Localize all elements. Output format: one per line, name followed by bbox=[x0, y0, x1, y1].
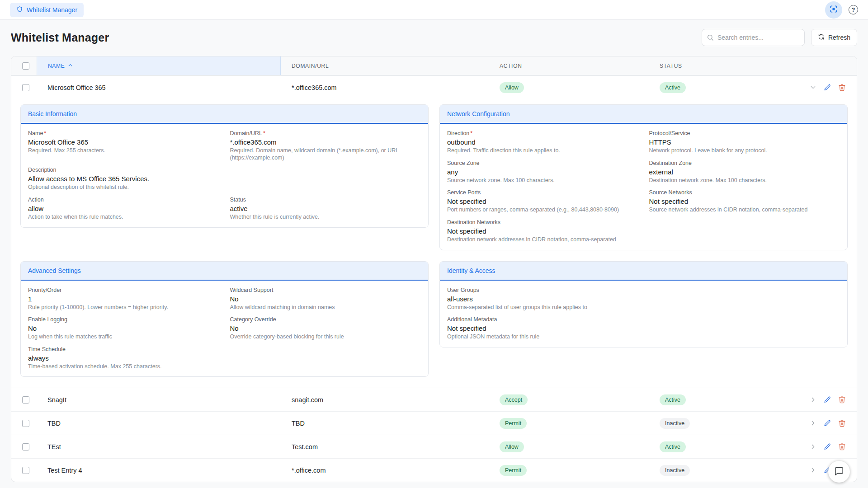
field-status: Status active Whether this rule is curre… bbox=[230, 197, 421, 221]
help-glyph: ? bbox=[852, 6, 855, 13]
field-label: Service Ports bbox=[447, 189, 638, 196]
panel-advanced-settings: Advanced Settings Priority/Order 1 Rule … bbox=[20, 261, 429, 377]
panel-title: Identity & Access bbox=[440, 262, 847, 281]
focus-mode-button[interactable] bbox=[825, 1, 842, 19]
row-domain: *.office.com bbox=[281, 467, 489, 474]
field-hint: Optional JSON metadata for this rule bbox=[447, 333, 638, 341]
sort-ascending-icon bbox=[68, 63, 73, 69]
panel-body: Direction* outbound Required. Traffic di… bbox=[440, 124, 847, 250]
field-wildcard-support: Wildcard Support No Allow wildcard match… bbox=[230, 287, 421, 311]
column-header-action[interactable]: ACTION bbox=[489, 56, 649, 75]
column-header-status[interactable]: STATUS bbox=[649, 56, 798, 75]
top-bar-right: ? bbox=[825, 1, 858, 19]
row-detail-panels: Basic Information Name* Microsoft Office… bbox=[11, 99, 857, 388]
field-label: Enable Logging bbox=[28, 316, 219, 323]
row-checkbox[interactable] bbox=[22, 443, 29, 450]
field-priority-order: Priority/Order 1 Rule priority (1-10000)… bbox=[28, 287, 219, 311]
table-row[interactable]: TBD TBD Permit Inactive bbox=[11, 411, 857, 435]
field-value: outbound bbox=[447, 138, 638, 146]
field-value: No bbox=[28, 324, 219, 332]
field-protocol-service: Protocol/Service HTTPS Network protocol.… bbox=[649, 130, 840, 155]
row-checkbox[interactable] bbox=[22, 420, 29, 427]
field-label: Source Zone bbox=[447, 160, 638, 166]
field-label: Destination Networks bbox=[447, 219, 638, 225]
field-hint: Required. Max 255 characters. bbox=[28, 147, 219, 155]
field-value: Microsoft Office 365 bbox=[28, 138, 219, 146]
row-status-cell: Active bbox=[649, 82, 798, 93]
help-icon[interactable]: ? bbox=[849, 5, 858, 14]
field-value: all-users bbox=[447, 295, 638, 303]
row-checkbox[interactable] bbox=[22, 84, 29, 91]
delete-icon[interactable] bbox=[838, 84, 846, 91]
table-row[interactable]: Microsoft Office 365 *.office365.com All… bbox=[11, 75, 857, 99]
field-label: Domain/URL* bbox=[230, 130, 421, 136]
status-badge: Active bbox=[660, 441, 686, 452]
required-asterisk: * bbox=[44, 130, 46, 136]
table-row[interactable]: Test Entry 4 *.office.com Permit Inactiv… bbox=[11, 458, 857, 482]
field-hint: Allow wildcard matching in domain names bbox=[230, 304, 421, 311]
page-title: Whitelist Manager bbox=[11, 31, 109, 44]
expand-chevron-right-icon[interactable] bbox=[809, 396, 817, 404]
field-time-schedule: Time Schedule always Time-based activati… bbox=[28, 346, 219, 371]
chat-fab-button[interactable] bbox=[828, 461, 850, 483]
field-value: Not specified bbox=[649, 197, 840, 205]
field-label: Category Override bbox=[230, 316, 421, 323]
scan-icon bbox=[829, 5, 838, 15]
field-value: active bbox=[230, 205, 421, 212]
field-hint: Rule priority (1-10000). Lower numbers =… bbox=[28, 304, 219, 311]
field-label: Status bbox=[230, 197, 421, 203]
row-domain: Test.com bbox=[281, 443, 489, 450]
top-bar: Whitelist Manager ? bbox=[0, 0, 868, 20]
delete-icon[interactable] bbox=[838, 396, 846, 404]
field-label: User Groups bbox=[447, 287, 638, 293]
field-enable-logging: Enable Logging No Log when this rule mat… bbox=[28, 316, 219, 341]
edit-icon[interactable] bbox=[824, 84, 831, 91]
shield-icon bbox=[16, 6, 23, 14]
field-label: Wildcard Support bbox=[230, 287, 421, 293]
delete-icon[interactable] bbox=[838, 419, 846, 427]
field-value: *.office365.com bbox=[230, 138, 421, 146]
table-header: NAME DOMAIN/URL ACTION STATUS bbox=[11, 56, 857, 75]
field-hint: Destination network addresses in CIDR no… bbox=[447, 236, 638, 244]
edit-icon[interactable] bbox=[824, 396, 831, 404]
field-destination-zone: Destination Zone external Destination ne… bbox=[649, 160, 840, 184]
field-hint: Time-based activation schedule. Max 255 … bbox=[28, 363, 219, 371]
table-row[interactable]: SnagIt snagit.com Accept Active bbox=[11, 388, 857, 411]
row-action-cell: Permit bbox=[489, 465, 649, 476]
field-label: Time Schedule bbox=[28, 346, 219, 352]
page-content: Whitelist Manager Refresh bbox=[0, 29, 868, 482]
edit-icon[interactable] bbox=[824, 419, 831, 427]
expand-chevron-right-icon[interactable] bbox=[809, 419, 817, 427]
collapse-chevron-down-icon[interactable] bbox=[809, 84, 817, 91]
refresh-button[interactable]: Refresh bbox=[811, 29, 857, 46]
required-asterisk: * bbox=[263, 130, 265, 136]
search-box bbox=[702, 29, 805, 46]
expand-chevron-right-icon[interactable] bbox=[809, 443, 817, 450]
row-status-cell: Inactive bbox=[649, 465, 798, 476]
column-header-name[interactable]: NAME bbox=[37, 56, 281, 75]
field-hint: Optional description of this whitelist r… bbox=[28, 184, 219, 191]
panel-title: Basic Information bbox=[21, 105, 428, 124]
row-checkbox[interactable] bbox=[22, 467, 29, 474]
refresh-icon bbox=[818, 33, 825, 42]
field-hint: Comma-separated list of user groups this… bbox=[447, 304, 638, 311]
edit-icon[interactable] bbox=[824, 443, 831, 450]
expand-chevron-right-icon[interactable] bbox=[809, 466, 817, 474]
select-all-checkbox[interactable] bbox=[22, 62, 29, 70]
field-hint: Action to take when this rule matches. bbox=[28, 214, 219, 221]
row-checkbox[interactable] bbox=[22, 396, 29, 404]
search-input[interactable] bbox=[702, 29, 805, 46]
field-value: Allow access to MS Office 365 Services. bbox=[28, 175, 219, 183]
delete-icon[interactable] bbox=[838, 443, 846, 450]
row-actions bbox=[798, 396, 857, 404]
tab-whitelist-manager[interactable]: Whitelist Manager bbox=[10, 3, 84, 17]
field-source-networks: Source Networks Not specified Source net… bbox=[649, 189, 840, 214]
row-domain: TBD bbox=[281, 420, 489, 427]
field-hint: Network protocol. Leave blank for any pr… bbox=[649, 147, 840, 155]
row-name: TEst bbox=[37, 443, 281, 450]
column-header-domain[interactable]: DOMAIN/URL bbox=[281, 56, 489, 75]
panel-body: Priority/Order 1 Rule priority (1-10000)… bbox=[21, 281, 428, 377]
table-row[interactable]: TEst Test.com Allow Active bbox=[11, 435, 857, 458]
page-header: Whitelist Manager Refresh bbox=[11, 29, 857, 46]
row-status-cell: Active bbox=[649, 394, 798, 405]
